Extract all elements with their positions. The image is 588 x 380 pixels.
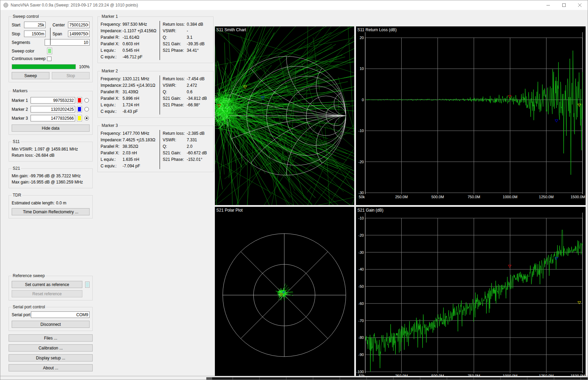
info-value: -60.672 dB: [187, 151, 210, 155]
sweep-button[interactable]: Sweep: [12, 72, 49, 79]
maximize-button[interactable]: [556, 0, 572, 10]
info-value: 1477.700 MHz: [123, 131, 158, 136]
chart-canvas: -10-20-30-40-50-60-70-80-90-10050k250.0M…: [356, 207, 586, 380]
marker-3-panel: Marker 3 Frequency:1477.700 MHzImpedance…: [97, 123, 214, 172]
info-row: Return loss:0.384 dB: [163, 21, 210, 27]
info-label: L equiv.:: [101, 103, 123, 107]
marker-3-frequency-input[interactable]: [31, 115, 75, 121]
s11-legend: S11: [12, 139, 21, 144]
segments-input[interactable]: [45, 39, 90, 46]
tdr-group: TDR Estimated cable length: 0.0 m Time D…: [9, 193, 93, 218]
info-row: Frequency:1477.700 MHz: [101, 130, 158, 136]
s11-return-loss-chart[interactable]: S11 Return Loss (dB) 20100-10-20-3050k25…: [356, 26, 586, 205]
marker-1-select-radio[interactable]: [84, 98, 89, 103]
info-value: -34.812 dB: [187, 96, 210, 101]
taskbar-segment[interactable]: [206, 377, 212, 380]
serial-port-input[interactable]: [31, 311, 90, 318]
info-value: -152.01°: [187, 157, 210, 162]
svg-text:-40: -40: [358, 267, 364, 271]
info-row: Parallel X:5.896 nH: [101, 95, 158, 102]
markers-legend: Markers: [12, 88, 28, 93]
info-label: Frequency:: [101, 22, 123, 27]
info-label: C equiv.:: [101, 109, 123, 114]
info-row: Return loss:-2.385 dB: [163, 130, 210, 136]
marker-3-legend: Marker 3: [101, 123, 119, 128]
s11-smith-chart[interactable]: S11 Smith Chart: [215, 26, 354, 205]
tdr-button[interactable]: Time Domain Reflectometry ...: [12, 208, 90, 215]
files-button[interactable]: Files ...: [9, 334, 93, 342]
info-row: S21 Gain:-39.35 dB: [163, 40, 210, 47]
chart-marker-triangle: [578, 104, 581, 106]
close-button[interactable]: [572, 0, 588, 10]
marker-2-legend: Marker 2: [101, 69, 119, 73]
info-row: S21 Phase:-66.98°: [163, 102, 210, 108]
info-label: Max gain:: [12, 180, 30, 185]
reset-reference-button[interactable]: Reset reference: [12, 290, 82, 297]
reference-sweep-legend: Reference sweep: [12, 273, 46, 278]
reference-color-swatch[interactable]: [85, 282, 90, 288]
s21-polar-plot[interactable]: S21 Polar Plot: [215, 207, 354, 380]
minimize-button[interactable]: [540, 0, 556, 10]
marker-2-frequency-input[interactable]: [31, 106, 75, 112]
info-value: 7.4625 +j15.183Ω: [123, 138, 158, 142]
disconnect-button[interactable]: Disconnect: [12, 321, 90, 328]
info-label: S21 Gain:: [163, 151, 187, 155]
s21-group: S21 Min gain:-99.796 dB @ 35.7222 MHzMax…: [9, 166, 93, 188]
svg-text:10: 10: [360, 67, 364, 71]
info-value: 3.1: [187, 35, 210, 40]
info-row: Return loss:-7.454 dB: [163, 75, 210, 82]
marker-1-color-swatch[interactable]: [77, 97, 82, 104]
continuous-sweep-checkbox[interactable]: [47, 57, 51, 61]
stop-input[interactable]: [24, 31, 46, 37]
sweep-color-swatch[interactable]: [47, 48, 52, 54]
info-label: Parallel R:: [101, 144, 123, 149]
info-value: -39.35 dB: [187, 41, 210, 46]
info-row: Frequency:997.530 MHz: [101, 21, 158, 27]
info-row: C equiv.:-46.712 pF: [101, 54, 158, 60]
marker-3-select-radio[interactable]: [84, 116, 89, 120]
marker-3-color-swatch[interactable]: [77, 115, 82, 121]
stop-button[interactable]: Stop: [52, 72, 90, 79]
info-label: Return loss:: [12, 153, 34, 158]
displaysetup-button[interactable]: Display setup ...: [9, 354, 93, 361]
calibration-button[interactable]: Calibration ...: [9, 344, 93, 352]
info-label: Frequency:: [101, 76, 123, 81]
info-label: Q:: [163, 144, 187, 149]
sweep-progress-percent: 100%: [78, 64, 90, 69]
svg-text:-30: -30: [358, 191, 364, 195]
info-value: -7.094 pF: [123, 164, 158, 168]
stop-label: Stop: [12, 32, 23, 36]
marker-2-color-swatch[interactable]: [77, 106, 82, 112]
info-label: L equiv.:: [101, 48, 123, 53]
info-label: Return loss:: [163, 76, 187, 81]
info-row: S21 Phase:34.41°: [163, 47, 210, 54]
set-reference-button[interactable]: Set current as reference: [12, 281, 82, 288]
info-value: 0.545 nH: [123, 48, 158, 53]
title-bar: NanoVNA Saver 0.0.9a (Sweep: 2019-09-17 …: [0, 0, 588, 10]
about-button[interactable]: About ...: [9, 364, 93, 371]
chart-canvas: [215, 207, 354, 380]
info-value: 1.097 @ 1459.861 MHz: [34, 147, 90, 152]
info-row: Q:2.0: [163, 143, 210, 150]
start-label: Start: [12, 23, 23, 27]
start-input[interactable]: [24, 22, 46, 28]
info-row: Impedance:-1.1107 +j3.4156Ω: [101, 27, 158, 34]
svg-text:-70: -70: [358, 319, 364, 323]
svg-text:-20: -20: [358, 160, 364, 164]
info-label: S21 Phase:: [163, 157, 187, 162]
marker-1-frequency-input[interactable]: [31, 97, 75, 104]
polar-plot-title: S21 Polar Plot: [216, 208, 243, 213]
sweep-color-label: Sweep color: [12, 49, 47, 54]
info-label: VSWR:: [163, 138, 187, 142]
taskbar-windows[interactable]: [206, 377, 588, 380]
info-label: S21 Phase:: [163, 48, 187, 53]
span-input[interactable]: [68, 31, 90, 37]
s21-gain-chart[interactable]: S21 Gain (dB) -10-20-30-40-50-60-70-80-9…: [356, 207, 586, 380]
hide-data-button[interactable]: Hide data: [12, 124, 90, 132]
taskbar-strip[interactable]: [0, 376, 588, 380]
info-row: Frequency:1320.121 MHz: [101, 75, 158, 82]
center-input[interactable]: [68, 22, 90, 28]
info-value: 2.472: [187, 83, 210, 88]
marker-2-select-radio[interactable]: [84, 107, 89, 111]
info-value: -66.98°: [187, 103, 210, 107]
